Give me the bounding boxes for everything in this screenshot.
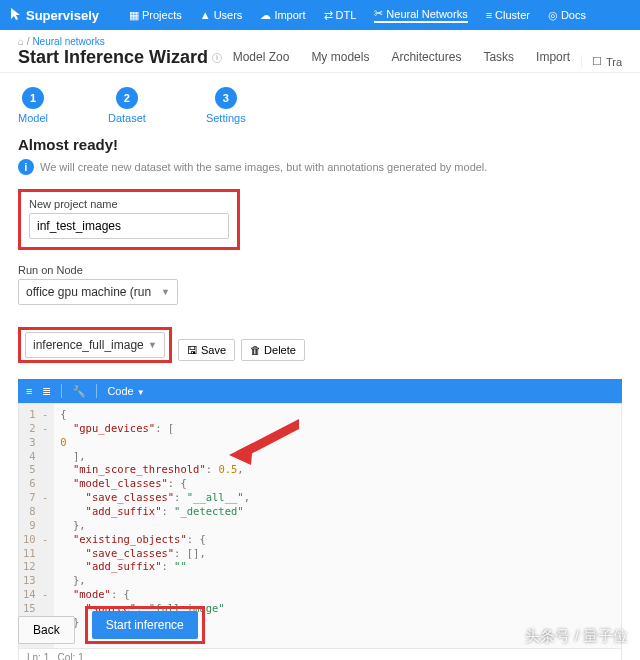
tab-import[interactable]: Import bbox=[536, 50, 570, 68]
footer-actions: Back Start inference bbox=[18, 606, 205, 654]
chevron-down-icon: ▼ bbox=[148, 340, 157, 350]
nav-dtl[interactable]: ⇄ DTL bbox=[324, 9, 357, 22]
page-title: Start Inference Wizard i bbox=[18, 47, 222, 68]
brand-text: Supervisely bbox=[26, 8, 99, 23]
highlight-start: Start inference bbox=[85, 606, 205, 644]
nav-users[interactable]: ▲ Users bbox=[200, 9, 243, 21]
run-node-select[interactable]: office gpu machine (run▼ bbox=[18, 279, 178, 305]
chevron-down-icon: ▼ bbox=[137, 388, 145, 397]
tab-tasks[interactable]: Tasks bbox=[483, 50, 514, 68]
stepper: 1Model 2Dataset 3Settings bbox=[0, 73, 640, 132]
tab-my-models[interactable]: My models bbox=[311, 50, 369, 68]
nav-docs[interactable]: ◎ Docs bbox=[548, 9, 586, 22]
wrench-icon[interactable]: 🔧 bbox=[72, 385, 86, 398]
home-icon[interactable]: ⌂ bbox=[18, 36, 24, 47]
helper-row: i We will create new dataset with the sa… bbox=[18, 159, 622, 175]
code-dropdown[interactable]: Code ▼ bbox=[107, 385, 144, 397]
brand[interactable]: Supervisely bbox=[10, 7, 99, 24]
nav-import[interactable]: ☁ Import bbox=[260, 9, 305, 22]
helper-text: We will create new dataset with the same… bbox=[40, 161, 487, 173]
nav-projects[interactable]: ▦ Projects bbox=[129, 9, 182, 22]
breadcrumb-link[interactable]: Neural networks bbox=[32, 36, 104, 47]
nav-neural-networks[interactable]: ✂ Neural Networks bbox=[374, 7, 467, 23]
tab-model-zoo[interactable]: Model Zoo bbox=[233, 50, 290, 68]
editor-toolbar: ≡ ≣ 🔧 Code ▼ bbox=[18, 379, 622, 403]
cursor-icon bbox=[10, 7, 22, 24]
highlight-project-name: New project name bbox=[18, 189, 240, 250]
highlight-preset: inference_full_image▼ bbox=[18, 327, 172, 363]
step-dataset[interactable]: 2Dataset bbox=[108, 87, 146, 124]
start-inference-button[interactable]: Start inference bbox=[92, 611, 198, 639]
align-left-icon[interactable]: ≡ bbox=[26, 385, 32, 397]
back-button[interactable]: Back bbox=[18, 616, 75, 644]
watermark: 头条号 / 量子位 bbox=[525, 627, 628, 646]
tab-architectures[interactable]: Architectures bbox=[391, 50, 461, 68]
main-content: Almost ready! i We will create new datas… bbox=[0, 132, 640, 660]
step-settings[interactable]: 3Settings bbox=[206, 87, 246, 124]
run-node-label: Run on Node bbox=[18, 264, 622, 276]
subheader: ⌂ / Neural networks Start Inference Wiza… bbox=[0, 30, 640, 73]
info-icon[interactable]: i bbox=[212, 53, 222, 63]
nav-links: ▦ Projects ▲ Users ☁ Import ⇄ DTL ✂ Neur… bbox=[129, 7, 586, 23]
save-button[interactable]: 🖫Save bbox=[178, 339, 235, 361]
info-badge-icon: i bbox=[18, 159, 34, 175]
top-right-action[interactable]: ☐ Tra bbox=[581, 55, 622, 68]
subnav-tabs: Model Zoo My models Architectures Tasks … bbox=[233, 50, 570, 68]
project-name-input[interactable] bbox=[29, 213, 229, 239]
config-bar: inference_full_image▼ 🖫Save 🗑Delete bbox=[18, 323, 622, 379]
delete-button[interactable]: 🗑Delete bbox=[241, 339, 305, 361]
section-title: Almost ready! bbox=[18, 136, 622, 153]
align-right-icon[interactable]: ≣ bbox=[42, 385, 51, 398]
nav-cluster[interactable]: ≡ Cluster bbox=[486, 9, 530, 21]
breadcrumb: ⌂ / Neural networks bbox=[18, 36, 222, 47]
top-navbar: Supervisely ▦ Projects ▲ Users ☁ Import … bbox=[0, 0, 640, 30]
step-model[interactable]: 1Model bbox=[18, 87, 48, 124]
project-name-label: New project name bbox=[29, 198, 229, 210]
chevron-down-icon: ▼ bbox=[161, 287, 170, 297]
save-icon: 🖫 bbox=[187, 344, 198, 356]
trash-icon: 🗑 bbox=[250, 344, 261, 356]
preset-select[interactable]: inference_full_image▼ bbox=[25, 332, 165, 358]
